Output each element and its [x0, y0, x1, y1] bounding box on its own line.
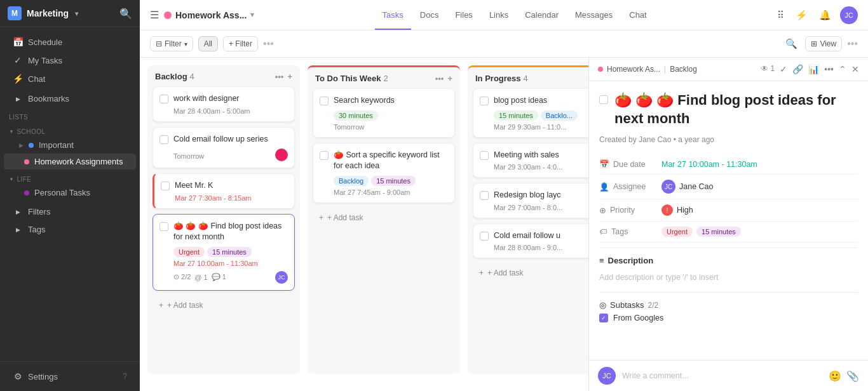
check-icon[interactable]: ✓ — [780, 64, 787, 74]
backlog-more-icon[interactable]: ••• — [275, 72, 284, 81]
task-card[interactable]: Search keywords 30 minutes Tomorrow — [313, 88, 455, 138]
task-checkbox[interactable] — [159, 95, 168, 103]
sidebar-item-bookmarks[interactable]: ▶ Bookmarks — [4, 90, 136, 107]
bell-icon[interactable]: 🔔 — [817, 7, 834, 23]
task-checkbox[interactable] — [480, 191, 489, 200]
watch-icon[interactable]: 👁 1 — [761, 64, 775, 74]
search-icon[interactable]: 🔍 — [783, 36, 800, 52]
task-checkbox[interactable] — [159, 135, 168, 144]
task-checkbox[interactable] — [320, 96, 329, 105]
task-card[interactable]: 🍅 Sort a specific keyword list for each … — [313, 143, 455, 203]
sidebar-section-life[interactable]: ▼ Life — [0, 173, 140, 184]
task-card[interactable]: Cold email follow u Mar 28 8:00am - 9:0.… — [473, 223, 588, 259]
filter-button[interactable]: ⊟ Filter ▾ — [150, 36, 193, 51]
more-icon[interactable]: ••• — [824, 64, 834, 74]
task-card[interactable]: Meeting with sales Mar 29 3:00am - 4:0..… — [473, 143, 588, 178]
task-checkbox[interactable] — [159, 222, 168, 231]
user-avatar[interactable]: JC — [840, 6, 858, 24]
project-name[interactable]: Homework Ass... ▾ — [164, 10, 254, 20]
more-view-icon[interactable]: ••• — [847, 38, 858, 50]
task-tags: 15 minutes Backlo... — [480, 110, 588, 121]
tab-files[interactable]: Files — [447, 1, 480, 30]
backlog-add-icon[interactable]: + — [287, 72, 292, 81]
topbar-right: ⠿ ⚡ 🔔 JC — [775, 6, 858, 24]
more-options-icon[interactable]: ••• — [263, 38, 274, 50]
detail-subtitle: Created by Jane Cao • a year ago — [599, 135, 858, 144]
toolbar: ⊟ Filter ▾ All + Filter ••• 🔍 ⊞ View ••• — [140, 30, 868, 58]
task-tags: 30 minutes — [320, 110, 448, 121]
sidebar-item-personal[interactable]: Personal Tasks — [4, 185, 136, 201]
add-icon: + — [479, 268, 484, 277]
task-checkbox[interactable] — [480, 232, 489, 241]
hamburger-icon[interactable]: ☰ — [150, 9, 159, 21]
sidebar-item-filters[interactable]: ▶ Filters — [4, 203, 136, 220]
add-task-inprogress[interactable]: + + Add task — [473, 263, 588, 282]
add-task-todo[interactable]: + + Add task — [313, 208, 455, 227]
view-button[interactable]: ⊞ View — [805, 36, 842, 51]
tab-tasks[interactable]: Tasks — [375, 1, 411, 30]
topbar-left: ☰ Homework Ass... ▾ — [150, 9, 254, 21]
collapse-icon[interactable]: ⌃ — [839, 64, 846, 74]
task-checkbox[interactable] — [320, 151, 329, 160]
all-filter-button[interactable]: All — [198, 36, 218, 51]
task-card[interactable]: Redesign blog layc Mar 29 7:00am - 8:0..… — [473, 183, 588, 218]
link-icon[interactable]: 🔗 — [792, 64, 803, 74]
tag-urgent[interactable]: Urgent — [661, 227, 693, 237]
subtasks-icon: ◎ — [599, 300, 606, 310]
task-title: 🍅 Sort a specific keyword list for each … — [334, 150, 448, 172]
help-icon[interactable]: ? — [123, 372, 127, 381]
task-meta: Mar 28 8:00am - 9:0... — [480, 244, 588, 251]
grid-icon[interactable]: ⠿ — [775, 7, 787, 23]
emoji-icon[interactable]: 🙂 — [829, 370, 841, 382]
add-task-backlog[interactable]: + + Add task — [153, 296, 295, 315]
sidebar-item-settings[interactable]: ⚙ Settings ? — [4, 368, 136, 385]
tab-links[interactable]: Links — [482, 1, 516, 30]
backlog-body: work with designer Mar 28 4:00am - 5:00a… — [147, 86, 300, 374]
sidebar-section-school[interactable]: ▼ School — [0, 126, 140, 136]
add-filter-button[interactable]: + Filter — [223, 36, 258, 51]
task-checkbox[interactable] — [480, 151, 489, 160]
task-card-selected[interactable]: 🍅 🍅 🍅 Find blog post ideas for next mont… — [153, 214, 295, 291]
subtask-check[interactable]: ✓ — [599, 314, 608, 322]
tab-chat[interactable]: Chat — [621, 1, 654, 30]
sidebar-item-my-tasks[interactable]: ✓ My Tasks — [4, 51, 136, 69]
assignee-avatar: JC — [661, 180, 675, 194]
chart-icon[interactable]: 📊 — [808, 64, 819, 74]
sidebar-item-tags[interactable]: ▶ Tags — [4, 221, 136, 238]
sidebar-item-chat[interactable]: ⚡ Chat — [4, 70, 136, 88]
task-checkbox[interactable] — [480, 96, 489, 105]
description-placeholder[interactable]: Add description or type '/' to insert — [599, 270, 858, 284]
tab-messages[interactable]: Messages — [567, 1, 620, 30]
close-icon[interactable]: ✕ — [851, 64, 859, 74]
task-card[interactable]: Meet Mr. K Mar 27 7:30am - 8:15am — [153, 173, 295, 209]
detail-task-checkbox[interactable] — [599, 95, 608, 104]
personal-dot — [24, 190, 29, 196]
task-card[interactable]: work with designer Mar 28 4:00am - 5:00a… — [153, 86, 295, 122]
tag-backlog: Backlog — [334, 176, 369, 186]
sidebar-item-important[interactable]: ▶ Important — [4, 137, 136, 153]
sidebar-item-homework[interactable]: Homework Assignments — [4, 154, 136, 169]
attachment-icon[interactable]: 📎 — [846, 370, 859, 382]
due-date-value[interactable]: Mar 27 10:00am - 11:30am — [661, 160, 757, 169]
filters-arrow-icon: ▶ — [13, 209, 23, 215]
task-card[interactable]: blog post ideas 15 minutes Backlo... Mar… — [473, 88, 588, 138]
todo-more-icon[interactable]: ••• — [435, 74, 444, 83]
sidebar-item-schedule[interactable]: 📅 Schedule — [4, 33, 136, 51]
subtask-item[interactable]: ✓ From Googles — [599, 310, 858, 326]
workspace-name[interactable]: M Marketing ▾ — [8, 6, 78, 20]
task-card[interactable]: Cold email follow up series Tomorrow — [153, 127, 295, 169]
todo-add-icon[interactable]: + — [447, 74, 452, 83]
tag-time: 15 minutes — [207, 247, 252, 257]
column-backlog: Backlog 4 ••• + work with designer M — [147, 65, 300, 374]
due-date-row: 📅 Due date Mar 27 10:00am - 11:30am — [599, 154, 858, 175]
column-todo: To Do This Week 2 ••• + Search keywords — [308, 65, 460, 374]
tab-docs[interactable]: Docs — [412, 1, 447, 30]
tag-time[interactable]: 15 minutes — [696, 227, 741, 237]
tab-calendar[interactable]: Calendar — [517, 1, 566, 30]
assignee-value[interactable]: JC Jane Cao — [661, 180, 714, 194]
task-checkbox[interactable] — [161, 182, 170, 190]
priority-value[interactable]: ! High — [661, 204, 693, 216]
comment-input[interactable] — [622, 371, 822, 380]
lightning-icon[interactable]: ⚡ — [793, 7, 810, 23]
search-icon[interactable]: 🔍 — [119, 8, 132, 20]
